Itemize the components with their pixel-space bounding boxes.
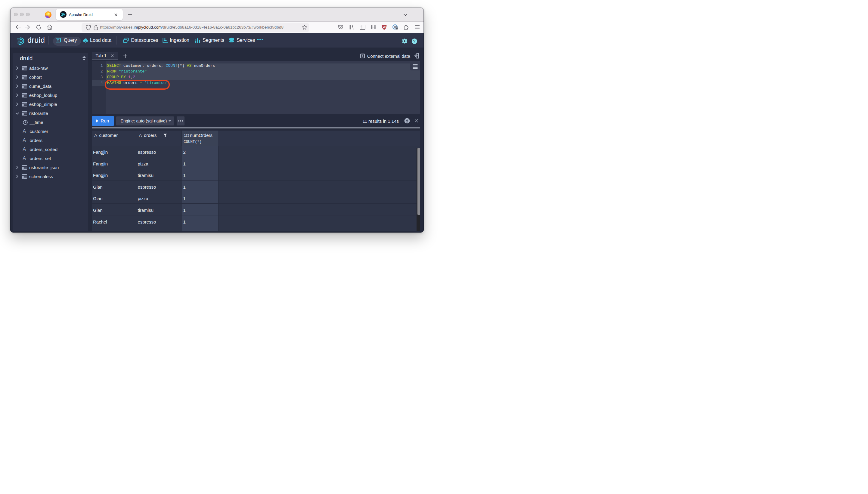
svg-text:UO: UO bbox=[383, 25, 386, 28]
